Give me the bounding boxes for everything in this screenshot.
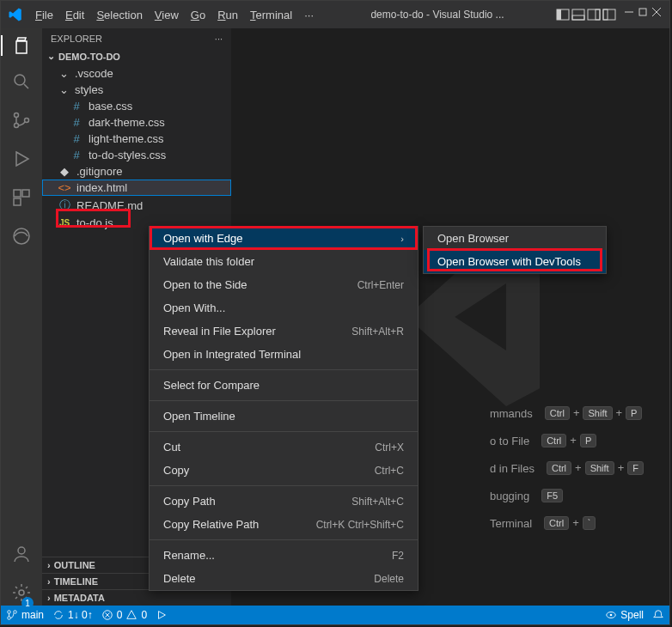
menu-bar: File Edit Selection View Go Run Terminal…: [30, 5, 319, 25]
layout-panel-icon[interactable]: [571, 8, 585, 21]
file-base-css[interactable]: # base.css: [42, 98, 231, 114]
svg-rect-2: [572, 9, 584, 20]
ctx-copy-path[interactable]: Copy Path Shift+Alt+C: [150, 490, 418, 513]
chevron-right-icon: ›: [47, 560, 51, 570]
layout-sidebar-right-icon[interactable]: [587, 8, 601, 21]
ctx-open-with-edge[interactable]: Open with Edge ›: [150, 227, 418, 250]
ctx-reveal[interactable]: Reveal in File Explorer Shift+Alt+R: [150, 320, 418, 343]
context-submenu: Open Browser Open Browser with DevTools: [423, 226, 607, 274]
activity-edge-tools[interactable]: [11, 226, 32, 249]
menu-view[interactable]: View: [150, 5, 184, 25]
cmd-label: o to File: [490, 435, 529, 447]
menu-selection[interactable]: Selection: [91, 5, 147, 25]
cmd-label: bugging: [490, 490, 529, 502]
ctx-rename[interactable]: Rename... F2: [150, 544, 418, 567]
ctx-shortcut: Ctrl+C: [375, 465, 404, 477]
chevron-down-icon: ⌄: [47, 51, 55, 62]
status-debug[interactable]: [156, 609, 168, 621]
folder-styles[interactable]: ⌄ styles: [42, 82, 231, 98]
sub-open-browser[interactable]: Open Browser: [424, 227, 606, 250]
status-sync[interactable]: 1↓ 0↑: [52, 609, 93, 621]
sync-icon: [52, 609, 64, 621]
status-problems[interactable]: 0 0: [101, 609, 147, 621]
svg-rect-5: [596, 9, 600, 20]
file-todo-styles[interactable]: # to-do-styles.css: [42, 147, 231, 163]
sync-label: 1↓ 0↑: [68, 609, 93, 621]
section-label: TIMELINE: [54, 576, 98, 587]
svg-point-30: [610, 614, 613, 617]
file-dark-theme[interactable]: # dark-theme.css: [42, 114, 231, 131]
info-file-icon: ⓘ: [58, 198, 71, 213]
ctx-delete[interactable]: Delete Delete: [150, 567, 418, 590]
ctx-integrated-terminal[interactable]: Open in Integrated Terminal: [150, 343, 418, 366]
close-button[interactable]: [652, 8, 666, 21]
branch-label: main: [21, 609, 44, 621]
menu-file[interactable]: File: [30, 5, 58, 25]
js-file-icon: JS: [58, 218, 71, 228]
menu-terminal[interactable]: Terminal: [245, 5, 297, 25]
maximize-button[interactable]: [638, 8, 652, 21]
git-file-icon: ◆: [58, 165, 71, 178]
layout-sidebar-left-icon[interactable]: [556, 8, 570, 21]
ctx-cut[interactable]: Cut Ctrl+X: [150, 435, 418, 459]
menu-edit[interactable]: Edit: [60, 5, 89, 25]
css-file-icon: #: [70, 116, 83, 129]
vscode-window: File Edit Selection View Go Run Terminal…: [0, 0, 670, 625]
file-index-html[interactable]: <> index.html: [42, 180, 231, 196]
layout-customize-icon[interactable]: [602, 8, 616, 21]
svg-line-13: [24, 84, 28, 88]
sub-open-browser-devtools[interactable]: Open Browser with DevTools: [424, 250, 606, 273]
menu-go[interactable]: Go: [186, 5, 211, 25]
svg-point-12: [15, 75, 25, 85]
folder-label: styles: [75, 83, 103, 96]
svg-point-25: [14, 611, 17, 614]
status-branch[interactable]: main: [6, 609, 44, 621]
file-light-theme[interactable]: # light-theme.css: [42, 131, 231, 147]
menu-overflow[interactable]: ···: [299, 5, 319, 25]
file-readme[interactable]: ⓘ README.md: [42, 196, 231, 215]
status-spell[interactable]: Spell: [605, 609, 644, 621]
ctx-shortcut: Shift+Alt+R: [351, 326, 404, 338]
ctx-label: Rename...: [163, 549, 215, 562]
eye-icon: [605, 609, 617, 621]
file-label: to-do.js: [76, 216, 113, 229]
activity-explorer[interactable]: [1, 35, 42, 56]
svg-rect-6: [603, 9, 615, 20]
svg-rect-1: [557, 9, 561, 20]
folder-vscode[interactable]: ⌄ .vscode: [42, 65, 231, 82]
activity-source-control[interactable]: [11, 110, 32, 133]
chevron-right-icon: ⌄: [58, 67, 70, 80]
warning-icon: [125, 609, 137, 621]
ctx-open-with[interactable]: Open With...: [150, 296, 418, 320]
activity-run-debug[interactable]: [11, 149, 32, 172]
ctx-open-timeline[interactable]: Open Timeline: [150, 405, 418, 428]
ctx-copy-relative-path[interactable]: Copy Relative Path Ctrl+K Ctrl+Shift+C: [150, 513, 418, 536]
errors-count: 0: [117, 609, 123, 621]
css-file-icon: #: [70, 149, 83, 161]
activity-extensions[interactable]: [11, 187, 32, 210]
activity-search[interactable]: [11, 71, 32, 94]
svg-rect-9: [639, 9, 646, 15]
menu-run[interactable]: Run: [212, 5, 243, 25]
ctx-open-to-side[interactable]: Open to the Side Ctrl+Enter: [150, 273, 418, 296]
ctx-shortcut: F2: [392, 550, 404, 562]
ctx-copy[interactable]: Copy Ctrl+C: [150, 459, 418, 482]
project-header[interactable]: ⌄ DEMO-TO-DO: [42, 49, 231, 64]
activity-accounts[interactable]: [11, 544, 32, 567]
status-notifications[interactable]: [652, 609, 664, 621]
ctx-select-compare[interactable]: Select for Compare: [150, 374, 418, 397]
metadata-section[interactable]: › METADATA: [42, 589, 231, 606]
file-label: base.css: [89, 100, 132, 113]
ctx-validate-folder[interactable]: Validate this folder: [150, 250, 418, 273]
ctx-shortcut: Delete: [374, 573, 404, 585]
kbd-shortcut: Ctrl+P: [541, 434, 596, 447]
file-gitignore[interactable]: ◆ .gitignore: [42, 163, 231, 180]
svg-point-16: [25, 119, 29, 123]
activity-settings[interactable]: [11, 582, 32, 606]
minimize-button[interactable]: [625, 8, 638, 21]
separator: [150, 431, 418, 432]
kbd-shortcut: Ctrl+Shift+P: [545, 406, 643, 420]
sidebar-more-icon[interactable]: ···: [215, 33, 223, 44]
svg-point-21: [18, 547, 25, 554]
svg-rect-17: [14, 190, 21, 197]
